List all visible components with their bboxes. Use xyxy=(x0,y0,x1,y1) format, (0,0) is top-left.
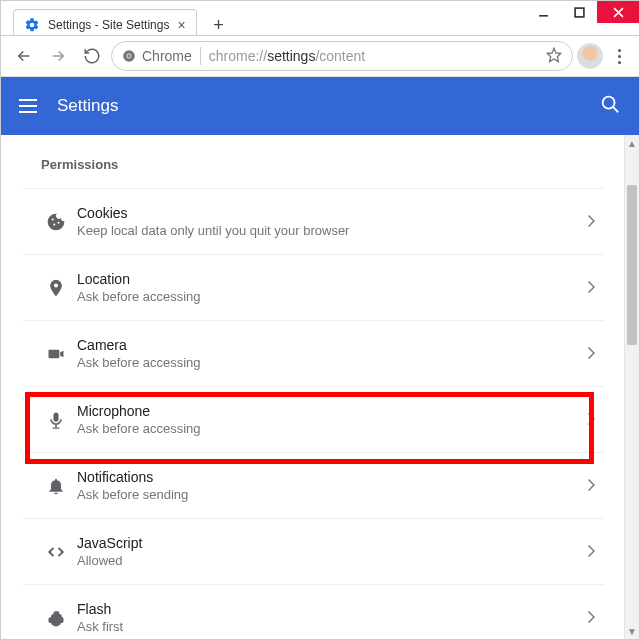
permission-row-camera[interactable]: CameraAsk before accessing xyxy=(23,320,604,386)
close-icon[interactable]: × xyxy=(177,17,185,33)
svg-marker-20 xyxy=(588,545,595,557)
row-desc: Ask before accessing xyxy=(77,421,588,436)
scroll-up-arrow[interactable]: ▲ xyxy=(625,135,639,151)
window-close-button[interactable] xyxy=(597,1,639,23)
svg-marker-14 xyxy=(588,281,595,293)
settings-header: Settings xyxy=(1,77,639,135)
svg-rect-1 xyxy=(575,8,584,17)
microphone-icon xyxy=(35,410,77,430)
svg-marker-13 xyxy=(588,215,595,227)
scheme-label: Chrome xyxy=(142,48,192,64)
profile-avatar[interactable] xyxy=(577,43,603,69)
scroll-down-arrow[interactable]: ▼ xyxy=(625,623,639,639)
svg-point-6 xyxy=(127,54,131,58)
chevron-right-icon xyxy=(588,477,596,495)
window-frame: Settings - Site Settings × + Chrome chro… xyxy=(0,0,640,640)
permission-row-javascript[interactable]: JavaScriptAllowed xyxy=(23,518,604,584)
svg-point-10 xyxy=(52,218,54,220)
svg-point-12 xyxy=(58,221,60,223)
svg-line-9 xyxy=(613,107,618,112)
svg-rect-16 xyxy=(55,425,57,428)
back-button[interactable] xyxy=(9,41,39,71)
menu-icon[interactable] xyxy=(19,95,41,117)
row-text: CookiesKeep local data only until you qu… xyxy=(77,205,588,238)
browser-menu-button[interactable] xyxy=(607,49,631,64)
chevron-right-icon xyxy=(588,213,596,231)
address-bar[interactable]: Chrome chrome://settings/content xyxy=(111,41,573,71)
row-desc: Allowed xyxy=(77,553,588,568)
browser-toolbar: Chrome chrome://settings/content xyxy=(1,35,639,77)
scroll-thumb[interactable] xyxy=(627,185,637,345)
section-title: Permissions xyxy=(23,135,604,188)
chevron-right-icon xyxy=(588,609,596,627)
row-text: FlashAsk first xyxy=(77,601,588,634)
page-title: Settings xyxy=(57,96,118,116)
url-text: chrome://settings/content xyxy=(209,48,365,64)
permission-row-notifications[interactable]: NotificationsAsk before sending xyxy=(23,452,604,518)
svg-marker-18 xyxy=(588,413,595,425)
permission-row-location[interactable]: LocationAsk before accessing xyxy=(23,254,604,320)
svg-marker-21 xyxy=(588,611,595,623)
reload-button[interactable] xyxy=(77,41,107,71)
javascript-icon xyxy=(35,542,77,562)
row-title: Camera xyxy=(77,337,588,353)
row-title: Cookies xyxy=(77,205,588,221)
notifications-icon xyxy=(35,476,77,496)
svg-point-11 xyxy=(53,223,55,225)
row-text: MicrophoneAsk before accessing xyxy=(77,403,588,436)
row-desc: Ask first xyxy=(77,619,588,634)
chevron-right-icon xyxy=(588,543,596,561)
camera-icon xyxy=(35,344,77,364)
row-text: CameraAsk before accessing xyxy=(77,337,588,370)
chrome-scheme-badge: Chrome xyxy=(122,48,192,64)
chevron-right-icon xyxy=(588,279,596,297)
settings-list: Permissions CookiesKeep local data only … xyxy=(1,135,624,639)
permission-row-cookies[interactable]: CookiesKeep local data only until you qu… xyxy=(23,188,604,254)
chevron-right-icon xyxy=(588,411,596,429)
svg-marker-15 xyxy=(588,347,595,359)
permission-row-flash[interactable]: FlashAsk first xyxy=(23,584,604,639)
content-area: Permissions CookiesKeep local data only … xyxy=(1,135,639,639)
row-text: LocationAsk before accessing xyxy=(77,271,588,304)
window-minimize-button[interactable] xyxy=(525,1,561,23)
row-desc: Keep local data only until you quit your… xyxy=(77,223,588,238)
bookmark-star-icon[interactable] xyxy=(546,47,562,66)
cookies-icon xyxy=(35,212,77,232)
location-icon xyxy=(35,278,77,298)
gear-icon xyxy=(24,17,40,33)
svg-marker-7 xyxy=(547,48,560,61)
row-text: JavaScriptAllowed xyxy=(77,535,588,568)
svg-marker-19 xyxy=(588,479,595,491)
row-title: Flash xyxy=(77,601,588,617)
permission-row-microphone[interactable]: MicrophoneAsk before accessing xyxy=(23,386,604,452)
chrome-icon xyxy=(122,49,136,63)
row-desc: Ask before sending xyxy=(77,487,588,502)
window-maximize-button[interactable] xyxy=(561,1,597,23)
row-desc: Ask before accessing xyxy=(77,355,588,370)
flash-icon xyxy=(35,608,77,628)
row-title: Notifications xyxy=(77,469,588,485)
svg-point-8 xyxy=(603,97,615,109)
divider xyxy=(200,47,201,65)
tab-strip: Settings - Site Settings × + xyxy=(1,5,499,39)
svg-rect-17 xyxy=(53,427,60,428)
search-button[interactable] xyxy=(599,93,621,119)
scrollbar[interactable]: ▲ ▼ xyxy=(624,135,639,639)
tab-title: Settings - Site Settings xyxy=(48,18,169,32)
row-title: JavaScript xyxy=(77,535,588,551)
forward-button[interactable] xyxy=(43,41,73,71)
row-title: Microphone xyxy=(77,403,588,419)
row-text: NotificationsAsk before sending xyxy=(77,469,588,502)
chevron-right-icon xyxy=(588,345,596,363)
row-desc: Ask before accessing xyxy=(77,289,588,304)
row-title: Location xyxy=(77,271,588,287)
